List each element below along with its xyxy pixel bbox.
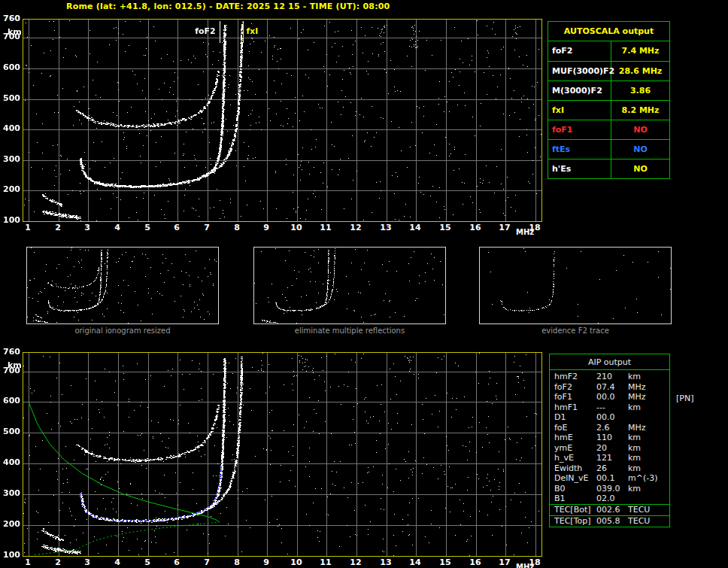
aip-unit: km	[628, 463, 669, 474]
x-tick-label: 13	[380, 558, 392, 567]
x-axis-unit-label: MHz	[516, 563, 534, 568]
aip-rows: hmF2210kmfoF207.4MHzfoF100.0MHzhmF1---km…	[550, 370, 669, 504]
x-tick-label: 16	[469, 558, 481, 567]
aip-val: 02.0	[596, 494, 628, 504]
x-tick-label: 7	[201, 558, 213, 567]
aip-name: foF1	[554, 392, 596, 402]
x-tick-label: 14	[409, 558, 421, 567]
thumbnail-reflections-canvas	[254, 248, 445, 323]
aip-name: D1	[554, 412, 596, 423]
aip-unit: MHz	[628, 423, 669, 433]
aip-val: 20	[596, 443, 628, 454]
x-tick-label: 13	[380, 223, 392, 232]
autoscala-output-panel: AUTOSCALA output foF27.4 MHzMUF(3000)F22…	[548, 21, 670, 179]
x-tick-label: 4	[111, 223, 123, 232]
autoscala-param-value: NO	[611, 140, 669, 159]
y-tick-label: 200	[3, 185, 20, 194]
y-tick-label: 760	[3, 348, 20, 357]
x-tick-label: 6	[171, 223, 183, 232]
aip-name: hmF2	[554, 372, 596, 382]
y-axis-unit-label: km	[8, 361, 22, 370]
x-tick-label: 6	[171, 558, 183, 567]
x-tick-label: 17	[499, 558, 511, 567]
x-tick-label: 5	[141, 223, 153, 232]
thumbnail-original-canvas	[27, 248, 218, 323]
x-tick-label: 9	[260, 223, 272, 232]
aip-row-hve: h_vE121km	[550, 453, 669, 463]
autoscala-output-title: AUTOSCALA output	[548, 22, 669, 41]
aip-unit: TECU	[628, 516, 669, 527]
thumbnail-f2-evidence	[479, 247, 672, 324]
autoscala-param-value: 8.2 MHz	[611, 101, 669, 120]
autoscala-row-ftes: ftEsNO	[548, 139, 669, 159]
aip-name: Ewidth	[554, 463, 596, 474]
autoscala-param-label: M(3000)F2	[548, 81, 611, 100]
autoscala-param-label: fxI	[548, 101, 611, 120]
x-tick-label: 1	[22, 558, 34, 567]
aip-val: 07.4	[596, 382, 628, 393]
aip-unit	[628, 494, 669, 504]
aip-name: B1	[554, 494, 596, 504]
autoscala-row-fxi: fxI8.2 MHz	[548, 100, 669, 120]
x-tick-label: 2	[52, 558, 64, 567]
aip-unit: km	[628, 453, 669, 463]
x-tick-label: 17	[499, 223, 511, 232]
x-tick-label: 1	[22, 223, 34, 232]
aip-val: 039.0	[596, 484, 628, 494]
aip-row-ewidth: Ewidth26km	[550, 463, 669, 474]
thumbnail-f2-canvas	[480, 248, 671, 323]
aip-val: 002.6	[596, 505, 628, 515]
thumbnail-multiple-reflections	[253, 247, 446, 324]
x-tick-label: 5	[141, 558, 153, 567]
aip-val: 00.1	[596, 473, 628, 484]
aip-unit: TECU	[628, 505, 669, 515]
autoscala-row-fof1: foF1NO	[548, 120, 669, 139]
x-axis-unit-label: MHz	[516, 228, 534, 237]
thumbnail-caption-reflections: eliminate multiple reflections	[253, 327, 446, 335]
thumbnail-original-ionogram	[26, 247, 219, 324]
x-tick-label: 8	[231, 223, 243, 232]
ionogram-plot-bottom	[23, 352, 542, 557]
fxi-marker-label: fxI	[246, 27, 258, 36]
thumbnail-caption-original: original ionogram resized	[26, 327, 219, 335]
x-tick-label: 3	[81, 223, 93, 232]
aip-unit: MHz	[628, 382, 669, 393]
aip-val: ---	[596, 402, 628, 413]
autoscala-output-screen: Rome (lat: +41.8, lon: 012.5) - DATE: 20…	[0, 0, 728, 568]
y-tick-label: 600	[3, 396, 20, 405]
autoscala-row-hes: h'EsNO	[548, 159, 669, 178]
aip-val: 00.0	[596, 412, 628, 423]
autoscala-param-value: NO	[611, 159, 669, 178]
autoscala-param-value: 7.4 MHz	[611, 41, 669, 61]
aip-name: foE	[554, 423, 596, 433]
aip-row-d1: D100.0	[550, 412, 669, 423]
autoscala-row-muf3000f2: MUF(3000)F228.6 MHz	[548, 61, 669, 80]
aip-unit: km	[628, 372, 669, 382]
aip-unit: km	[628, 443, 669, 454]
aip-unit	[628, 412, 669, 423]
y-tick-label: 300	[3, 155, 20, 164]
x-tick-label: 15	[439, 223, 451, 232]
y-tick-label: 100	[3, 216, 20, 225]
y-tick-label: 200	[3, 520, 20, 529]
y-axis-unit-label: km	[8, 28, 22, 37]
aip-unit: km	[628, 484, 669, 494]
x-tick-label: 10	[290, 223, 302, 232]
x-tick-label: 15	[439, 558, 451, 567]
ionogram-bottom-canvas	[23, 353, 541, 556]
ionogram-top-canvas	[23, 20, 541, 221]
aip-name: hmE	[554, 433, 596, 443]
aip-row-b0: B0039.0km	[550, 484, 669, 494]
aip-row-fof2: foF207.4MHz	[550, 382, 669, 393]
aip-name: h_vE	[554, 453, 596, 463]
aip-val: 2.6	[596, 423, 628, 433]
autoscala-row-fof2: foF27.4 MHz	[548, 41, 669, 61]
aip-row-tecbot: TEC[Bot]002.6TECU	[550, 504, 669, 515]
y-tick-label: 400	[3, 458, 20, 467]
aip-unit: km	[628, 402, 669, 413]
ionogram-plot-top	[23, 19, 542, 222]
aip-unit: MHz	[628, 392, 669, 402]
aip-val: 26	[596, 463, 628, 474]
autoscala-param-label: MUF(3000)F2	[548, 62, 611, 80]
aip-unit: m^(-3)	[628, 473, 669, 484]
